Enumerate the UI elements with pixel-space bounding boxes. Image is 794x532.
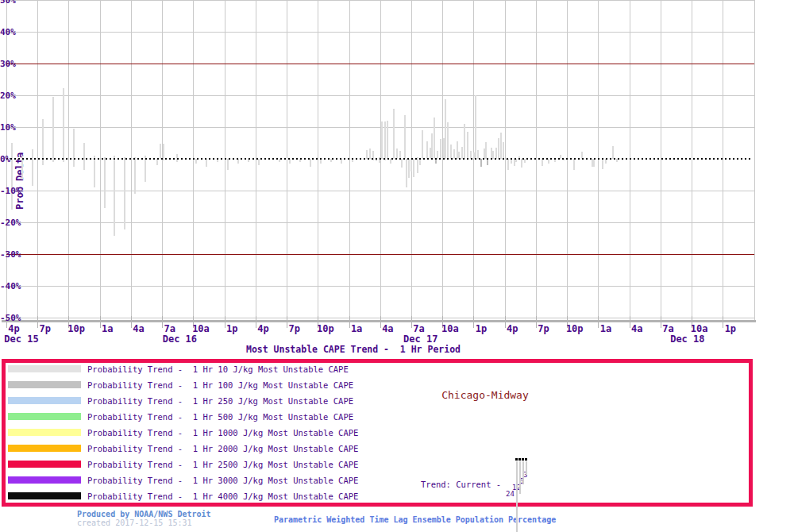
produced-by-text: Produced by NOAA/NWS Detroit bbox=[77, 510, 211, 519]
cape-prob-delta-bar bbox=[310, 159, 311, 167]
grid-line-vertical bbox=[505, 0, 506, 321]
legend-label: Probability Trend - 1 Hr 2000 J/kg Most … bbox=[87, 444, 358, 453]
cape-prob-delta-bar bbox=[381, 121, 383, 159]
x-axis-tick bbox=[131, 316, 132, 328]
grid-line-vertical bbox=[567, 0, 568, 321]
cape-prob-delta-bar bbox=[503, 142, 504, 159]
cape-prob-delta-bar bbox=[443, 138, 445, 159]
x-axis-tick bbox=[473, 316, 474, 328]
cape-prob-delta-bar bbox=[487, 159, 488, 165]
cape-prob-delta-bar bbox=[63, 88, 64, 162]
y-axis-title: Prob Delta bbox=[14, 152, 25, 210]
x-axis-label: 1a bbox=[102, 323, 113, 334]
cape-prob-delta-bar bbox=[52, 97, 54, 162]
x-axis-tick bbox=[411, 316, 412, 328]
x-axis-tick bbox=[287, 316, 287, 328]
cape-prob-delta-bar bbox=[160, 144, 161, 159]
x-axis-tick bbox=[349, 316, 350, 328]
y-axis-label: -40% bbox=[0, 281, 21, 291]
lag-dot bbox=[515, 458, 518, 461]
date-label: Dec 18 bbox=[670, 333, 704, 345]
x-axis-tick bbox=[661, 316, 661, 328]
y-axis-label: -20% bbox=[0, 218, 21, 228]
grid-line-horizontal bbox=[6, 95, 754, 96]
x-axis-tick bbox=[380, 316, 381, 328]
cape-prob-delta-bar bbox=[419, 159, 421, 165]
grid-line-vertical bbox=[193, 0, 194, 321]
x-axis-tick bbox=[100, 316, 101, 328]
grid-line-vertical bbox=[380, 0, 381, 321]
caption-text: Parametric Weighted Time Lag Ensemble Po… bbox=[274, 515, 556, 524]
x-axis-label: 10a bbox=[441, 323, 459, 334]
cape-prob-delta-bar bbox=[134, 157, 136, 194]
cape-prob-delta-bar bbox=[426, 141, 428, 159]
legend-label: Probability Trend - 1 Hr 250 J/kg Most U… bbox=[87, 396, 353, 406]
x-axis-label: 1a bbox=[351, 323, 362, 334]
grid-line-vertical bbox=[162, 0, 163, 321]
grid-line-vertical bbox=[598, 0, 599, 321]
legend-box: Probability Trend - 1 Hr 10 J/kg Most Un… bbox=[2, 359, 753, 507]
cape-prob-delta-bar bbox=[417, 157, 418, 173]
x-axis-label: 10a bbox=[192, 323, 210, 334]
grid-line-vertical bbox=[37, 0, 38, 321]
x-axis-label: 10p bbox=[67, 323, 85, 334]
cape-prob-delta-bar bbox=[73, 129, 75, 167]
grid-line-vertical bbox=[318, 0, 318, 321]
chart-title: Most Unstable CAPE Trend - 1 Hr Period bbox=[0, 344, 707, 355]
cape-prob-delta-bar bbox=[156, 159, 158, 165]
cape-prob-delta-bar bbox=[387, 121, 388, 159]
legend-swatch bbox=[8, 397, 81, 404]
y-axis-label: 40% bbox=[0, 27, 16, 37]
cape-prob-delta-bar bbox=[406, 159, 407, 187]
cape-prob-delta-bar bbox=[500, 133, 502, 159]
grid-line-vertical bbox=[131, 0, 132, 321]
cape-prob-delta-bar bbox=[485, 142, 487, 159]
cape-prob-delta-bar bbox=[542, 159, 543, 166]
cape-prob-delta-bar bbox=[114, 156, 115, 236]
cape-prob-delta-bar bbox=[104, 157, 106, 208]
cape-prob-delta-bar bbox=[83, 143, 85, 170]
grid-line-vertical bbox=[536, 0, 537, 321]
grid-line-vertical bbox=[68, 0, 69, 321]
x-axis-tick bbox=[505, 316, 506, 328]
date-label: Dec 16 bbox=[163, 333, 197, 345]
grid-line-vertical bbox=[100, 0, 101, 321]
cape-prob-delta-bar bbox=[404, 115, 406, 159]
cape-prob-delta-bar bbox=[498, 138, 499, 159]
cape-prob-delta-bar bbox=[475, 95, 476, 159]
x-axis-tick bbox=[598, 316, 599, 328]
grid-line-vertical bbox=[349, 0, 350, 321]
x-axis-tick bbox=[162, 316, 163, 328]
lag-dot bbox=[525, 458, 527, 461]
legend-label: Probability Trend - 1 Hr 100 J/kg Most U… bbox=[87, 380, 353, 390]
grid-line-vertical bbox=[630, 0, 630, 321]
y-axis-label: 30% bbox=[0, 59, 16, 69]
legend-swatch bbox=[8, 476, 81, 484]
threshold-line bbox=[6, 64, 754, 64]
legend-swatch bbox=[8, 365, 81, 372]
lag-dot bbox=[518, 458, 521, 461]
x-axis-label: 4p bbox=[257, 323, 268, 334]
legend-swatch bbox=[8, 381, 81, 388]
x-axis-label: 4a bbox=[631, 323, 642, 334]
cape-prob-delta-bar bbox=[440, 139, 441, 159]
grid-line-vertical bbox=[754, 0, 755, 321]
x-axis-label: 7p bbox=[538, 323, 549, 334]
x-axis-label: 7p bbox=[288, 323, 299, 334]
y-axis-label: 50% bbox=[0, 0, 16, 6]
x-axis-label: 4p bbox=[507, 323, 518, 334]
x-axis-label: 7a bbox=[662, 323, 673, 334]
x-axis-label: 10a bbox=[691, 323, 708, 334]
grid-line-vertical bbox=[287, 0, 287, 321]
grid-line-vertical bbox=[256, 0, 256, 321]
cape-prob-delta-bar bbox=[464, 124, 465, 159]
grid-line-vertical bbox=[692, 0, 692, 321]
prob-delta-chart: Prob Delta 4p7p10p1a4a7a10a1p4p7p10p1a4a… bbox=[0, 0, 794, 357]
y-axis-label: 0% bbox=[0, 154, 10, 164]
cape-prob-delta-bar bbox=[447, 122, 449, 159]
date-label: Dec 15 bbox=[4, 333, 38, 345]
grid-line-horizontal bbox=[6, 286, 754, 287]
legend-label: Probability Trend - 1 Hr 4000 J/kg Most … bbox=[87, 492, 358, 501]
legend-swatch bbox=[8, 429, 81, 436]
x-axis-label: 7a bbox=[413, 323, 424, 334]
